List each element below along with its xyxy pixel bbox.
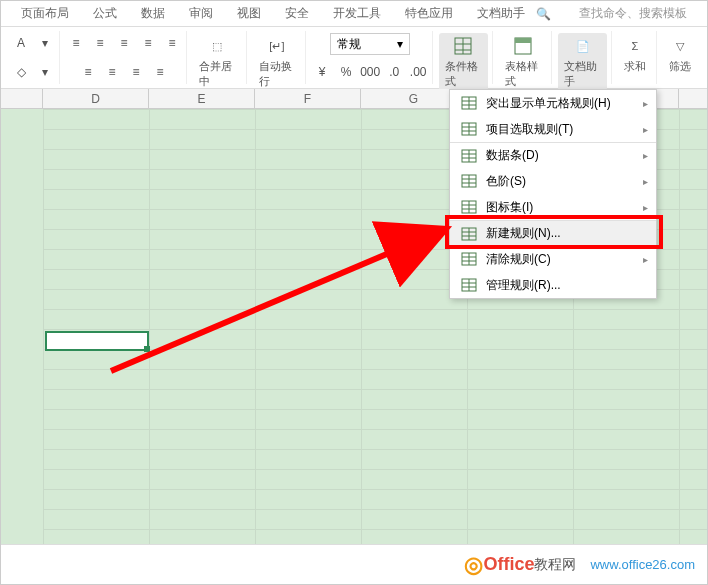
menu-label: 项目选取规则(T) [486,121,573,138]
menu-label: 清除规则(C) [486,251,551,268]
menu-icon [460,148,478,164]
align-middle-icon[interactable]: ≡ [90,33,110,53]
merge-icon: ⬚ [206,35,228,57]
tab-featured[interactable]: 特色应用 [393,5,465,22]
condfmt-label: 条件格式 [445,59,482,89]
menu-label: 管理规则(R)... [486,277,561,294]
cell-selection[interactable] [45,331,149,351]
col-e[interactable]: E [149,89,255,108]
search-placeholder: 查找命令、搜索模板 [567,5,699,22]
dropdown-icon[interactable]: ▾ [35,33,55,53]
align-bottom-icon[interactable]: ≡ [114,33,134,53]
menu-item[interactable]: 色阶(S)▸ [450,168,656,194]
menu-item[interactable]: 清除规则(C)▸ [450,246,656,272]
tab-security[interactable]: 安全 [273,5,321,22]
dropdown-icon: ▾ [397,37,403,51]
filter-label: 筛选 [669,59,691,74]
filter-button[interactable]: ▽ 筛选 [663,33,697,76]
align-center-icon[interactable]: ≡ [102,62,122,82]
menu-icon [460,251,478,267]
menu-icon [460,121,478,137]
brand2: 教程网 [534,556,576,574]
dochelper-label: 文档助手 [564,59,601,89]
currency-icon[interactable]: ¥ [312,62,332,82]
submenu-arrow-icon: ▸ [643,176,648,187]
wrap-icon: [↵] [266,35,288,57]
col-d[interactable]: D [43,89,149,108]
menu-item[interactable]: 管理规则(R)... [450,272,656,298]
menu-label: 数据条(D) [486,147,539,164]
corner-cell[interactable] [1,89,43,108]
dec-decimal-icon[interactable]: .00 [408,62,428,82]
indent-left-icon[interactable]: ≡ [138,33,158,53]
merge-label: 合并居中 [199,59,236,89]
dropdown-icon[interactable]: ▾ [35,62,55,82]
menu-icon [460,95,478,111]
comma-icon[interactable]: 000 [360,62,380,82]
menu-item[interactable]: 突出显示单元格规则(H)▸ [450,90,656,116]
sum-button[interactable]: Σ 求和 [618,33,652,76]
wrap-label: 自动换行 [259,59,296,89]
site-url[interactable]: www.office26.com [590,557,695,572]
tablestyle-label: 表格样式 [505,59,542,89]
cond-format-button[interactable]: 条件格式 [439,33,488,91]
search-box[interactable]: 🔍 查找命令、搜索模板 [524,5,699,22]
indent-right-icon[interactable]: ≡ [162,33,182,53]
highlight-box [445,215,663,249]
submenu-arrow-icon: ▸ [643,150,648,161]
table-style-icon [512,35,534,57]
submenu-arrow-icon: ▸ [643,202,648,213]
search-icon: 🔍 [524,7,563,21]
menu-icon [460,199,478,215]
sum-label: 求和 [624,59,646,74]
inc-decimal-icon[interactable]: .0 [384,62,404,82]
menu-item[interactable]: 数据条(D)▸ [450,142,656,168]
brand1: Office [483,554,534,575]
menu-item[interactable]: 项目选取规则(T)▸ [450,116,656,142]
svg-rect-5 [515,38,531,43]
submenu-arrow-icon: ▸ [643,124,648,135]
tab-data[interactable]: 数据 [129,5,177,22]
doc-helper-icon: 📄 [572,35,594,57]
percent-icon[interactable]: % [336,62,356,82]
col-f[interactable]: F [255,89,361,108]
submenu-arrow-icon: ▸ [643,98,648,109]
number-format-select[interactable]: 常规 ▾ [330,33,410,55]
menu-icon [460,277,478,293]
align-top-icon[interactable]: ≡ [66,33,86,53]
menu-label: 色阶(S) [486,173,526,190]
tab-view[interactable]: 视图 [225,5,273,22]
wrap-button[interactable]: [↵] 自动换行 [253,33,302,91]
cond-format-menu: 突出显示单元格规则(H)▸项目选取规则(T)▸数据条(D)▸色阶(S)▸图标集(… [449,89,657,299]
ribbon: A ▾ ◇ ▾ ≡ ≡ ≡ ≡ ≡ ≡ ≡ ≡ ≡ ⬚ 合并居中 [↵] [1,27,707,89]
tab-review[interactable]: 审阅 [177,5,225,22]
submenu-arrow-icon: ▸ [643,254,648,265]
doc-helper-button[interactable]: 📄 文档助手 [558,33,607,91]
cond-format-icon [452,35,474,57]
tab-bar: 页面布局 公式 数据 审阅 视图 安全 开发工具 特色应用 文档助手 🔍 查找命… [1,1,707,27]
fill-color-icon[interactable]: ◇ [11,62,31,82]
tab-formula[interactable]: 公式 [81,5,129,22]
align-left-icon[interactable]: ≡ [78,62,98,82]
menu-label: 突出显示单元格规则(H) [486,95,611,112]
sigma-icon: Σ [624,35,646,57]
tab-dev[interactable]: 开发工具 [321,5,393,22]
menu-icon [460,173,478,189]
align-justify-icon[interactable]: ≡ [150,62,170,82]
site-logo: ◎ Office 教程网 [464,552,576,578]
logo-o-icon: ◎ [464,552,483,578]
table-style-button[interactable]: 表格样式 [499,33,548,91]
menu-label: 图标集(I) [486,199,533,216]
footer: ◎ Office 教程网 www.office26.com [1,544,707,584]
merge-button[interactable]: ⬚ 合并居中 [193,33,242,91]
tab-layout[interactable]: 页面布局 [9,5,81,22]
filter-icon: ▽ [669,35,691,57]
font-size-icon[interactable]: A [11,33,31,53]
align-right-icon[interactable]: ≡ [126,62,146,82]
numfmt-label: 常规 [337,36,361,53]
